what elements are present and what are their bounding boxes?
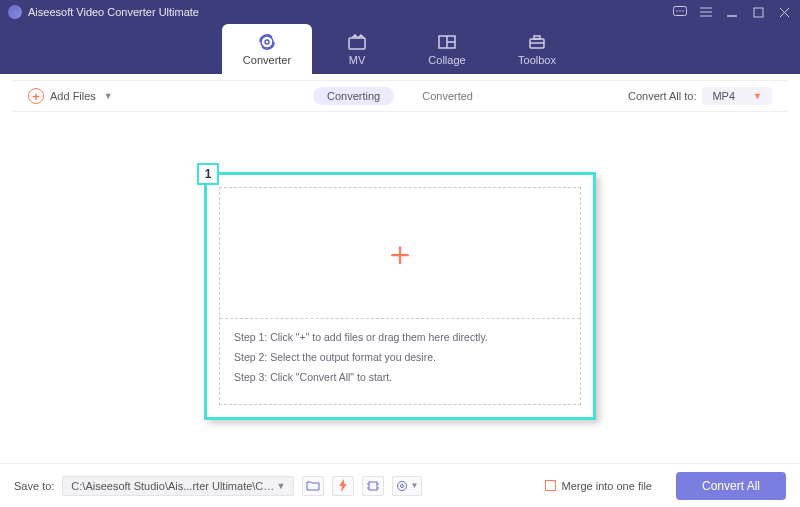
drop-zone[interactable]: ＋: [220, 188, 580, 318]
main-tabs: Converter MV Collage Toolbox: [222, 24, 582, 74]
merge-label: Merge into one file: [561, 480, 652, 492]
steps-text: Step 1: Click "+" to add files or drag t…: [234, 328, 570, 388]
highlight-box: ＋ Step 1: Click "+" to add files or drag…: [204, 172, 596, 420]
tab-label: Toolbox: [518, 54, 556, 66]
merge-checkbox[interactable]: Merge into one file: [545, 480, 652, 492]
convert-all-to: Convert All to: MP4 ▼: [628, 87, 772, 105]
tab-converter[interactable]: Converter: [222, 24, 312, 74]
bolt-icon: [338, 479, 348, 492]
mv-icon: [346, 33, 368, 51]
svg-rect-18: [534, 36, 540, 39]
chevron-down-icon: ▼: [104, 91, 113, 101]
tab-toolbox[interactable]: Toolbox: [492, 24, 582, 74]
checkbox-icon: [545, 480, 556, 491]
output-format-select[interactable]: MP4 ▼: [702, 87, 772, 105]
output-format-value: MP4: [712, 90, 735, 102]
converter-icon: [256, 33, 278, 51]
hardware-accel-button[interactable]: [332, 476, 354, 496]
app-title: Aiseesoft Video Converter Ultimate: [28, 6, 199, 18]
chevron-down-icon: ▼: [753, 91, 762, 101]
chevron-down-icon: ▼: [276, 481, 285, 491]
tab-label: MV: [349, 54, 366, 66]
collage-icon: [436, 33, 458, 51]
tab-label: Converter: [243, 54, 291, 66]
drop-container: ＋ Step 1: Click "+" to add files or drag…: [219, 187, 581, 405]
title-bar: Aiseesoft Video Converter Ultimate: [0, 0, 800, 24]
toolbox-icon: [526, 33, 548, 51]
svg-point-26: [401, 484, 404, 487]
svg-point-3: [682, 10, 684, 12]
svg-rect-13: [349, 38, 365, 49]
segment-converted[interactable]: Converted: [408, 87, 487, 105]
open-folder-button[interactable]: [302, 476, 324, 496]
gear-icon: [396, 480, 408, 492]
add-files-button[interactable]: + Add Files ▼: [28, 88, 113, 104]
high-speed-button[interactable]: [362, 476, 384, 496]
step-2: Step 2: Select the output format you des…: [234, 348, 570, 368]
step-3: Step 3: Click "Convert All" to start.: [234, 368, 570, 388]
svg-point-11: [261, 36, 273, 48]
svg-rect-8: [754, 8, 763, 17]
svg-point-2: [679, 10, 681, 12]
toolbar: + Add Files ▼ Converting Converted Conve…: [10, 80, 790, 112]
add-files-label: Add Files: [50, 90, 96, 102]
close-icon[interactable]: [776, 4, 792, 20]
highlight-badge: 1: [197, 163, 219, 185]
settings-button[interactable]: ▼: [392, 476, 422, 496]
minimize-icon[interactable]: [724, 4, 740, 20]
menu-icon[interactable]: [698, 4, 714, 20]
tab-collage[interactable]: Collage: [402, 24, 492, 74]
plus-icon: +: [28, 88, 44, 104]
nav-bar: Converter MV Collage Toolbox: [0, 24, 800, 74]
segment-converting[interactable]: Converting: [313, 87, 394, 105]
svg-point-25: [398, 481, 407, 490]
save-to-label: Save to:: [14, 480, 54, 492]
tab-label: Collage: [428, 54, 465, 66]
save-path-select[interactable]: C:\Aiseesoft Studio\Ais...rter Ultimate\…: [62, 476, 294, 496]
status-segment: Converting Converted: [313, 87, 487, 105]
maximize-icon[interactable]: [750, 4, 766, 20]
svg-rect-20: [369, 482, 377, 490]
add-plus-icon: ＋: [383, 236, 417, 270]
save-path-value: C:\Aiseesoft Studio\Ais...rter Ultimate\…: [71, 480, 276, 492]
convert-all-button[interactable]: Convert All: [676, 472, 786, 500]
divider: [220, 318, 580, 319]
chevron-down-icon: ▼: [410, 481, 418, 490]
tab-mv[interactable]: MV: [312, 24, 402, 74]
convert-all-to-label: Convert All to:: [628, 90, 696, 102]
svg-point-1: [676, 10, 678, 12]
app-logo-icon: [8, 5, 22, 19]
folder-icon: [306, 480, 320, 491]
chip-icon: [366, 480, 380, 492]
svg-point-12: [265, 40, 269, 44]
step-1: Step 1: Click "+" to add files or drag t…: [234, 328, 570, 348]
footer-bar: Save to: C:\Aiseesoft Studio\Ais...rter …: [0, 463, 800, 507]
feedback-icon[interactable]: [672, 4, 688, 20]
content-area: 1 ＋ Step 1: Click "+" to add files or dr…: [0, 112, 800, 460]
